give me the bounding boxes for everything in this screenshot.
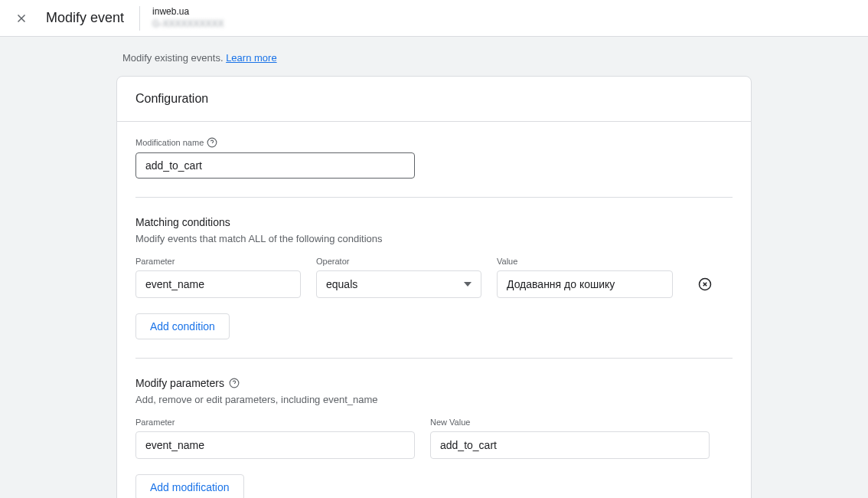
remove-condition-button[interactable] <box>696 275 714 293</box>
property-name: inweb.ua <box>152 6 224 18</box>
vertical-divider <box>139 6 140 31</box>
condition-parameter-col: Parameter <box>135 257 301 298</box>
condition-parameter-label: Parameter <box>135 257 301 266</box>
modify-parameter-col: Parameter <box>135 418 415 459</box>
add-condition-button[interactable]: Add condition <box>135 313 230 339</box>
matching-conditions-title: Matching conditions <box>135 216 733 228</box>
card-title: Configuration <box>135 92 733 106</box>
matching-conditions-desc: Modify events that match ALL of the foll… <box>135 233 733 244</box>
card-header: Configuration <box>117 77 751 122</box>
condition-operator-value: equals <box>326 278 357 290</box>
modify-new-value-input[interactable] <box>430 431 710 459</box>
condition-operator-label: Operator <box>316 257 481 266</box>
close-button[interactable] <box>12 9 31 28</box>
intro-text: Modify existing events. Learn more <box>116 52 752 64</box>
modify-parameters-title: Modify parameters <box>135 377 733 389</box>
condition-operator-col: Operator equals <box>316 257 481 298</box>
condition-row: Parameter Operator equals Value <box>135 257 733 298</box>
modify-new-value-col: New Value <box>430 418 710 459</box>
modify-new-value-label: New Value <box>430 418 710 427</box>
modification-name-label: Modification name <box>135 137 733 148</box>
section-divider-2 <box>135 358 733 359</box>
modification-name-label-text: Modification name <box>135 138 204 147</box>
property-id: G-XXXXXXXXXX <box>152 18 224 31</box>
help-icon[interactable] <box>207 137 217 148</box>
modify-parameters-desc: Add, remove or edit parameters, includin… <box>135 394 733 405</box>
condition-value-input[interactable] <box>497 270 673 298</box>
modify-parameter-label: Parameter <box>135 418 415 427</box>
card-body: Modification name Matching conditions Mo… <box>117 122 751 498</box>
chevron-down-icon <box>464 278 472 290</box>
intro-label: Modify existing events. <box>122 52 224 64</box>
config-card: Configuration Modification name Matching… <box>116 76 752 498</box>
learn-more-link[interactable]: Learn more <box>226 52 276 64</box>
close-icon <box>15 11 28 25</box>
add-modification-button[interactable]: Add modification <box>135 474 244 498</box>
modify-parameter-input[interactable] <box>135 431 415 459</box>
condition-value-label: Value <box>497 257 673 266</box>
modification-name-input[interactable] <box>135 152 415 179</box>
modify-row: Parameter New Value <box>135 418 733 459</box>
property-info: inweb.ua G-XXXXXXXXXX <box>152 6 224 30</box>
condition-value-col: Value <box>497 257 673 298</box>
modify-parameters-title-text: Modify parameters <box>135 377 224 389</box>
help-icon[interactable] <box>229 378 240 388</box>
header: Modify event inweb.ua G-XXXXXXXXXX <box>0 0 868 37</box>
page-title: Modify event <box>46 10 124 26</box>
section-divider <box>135 197 733 198</box>
condition-operator-select[interactable]: equals <box>316 270 481 298</box>
remove-icon <box>698 277 712 291</box>
content-area: Modify existing events. Learn more Confi… <box>0 37 868 498</box>
condition-parameter-input[interactable] <box>135 270 301 298</box>
